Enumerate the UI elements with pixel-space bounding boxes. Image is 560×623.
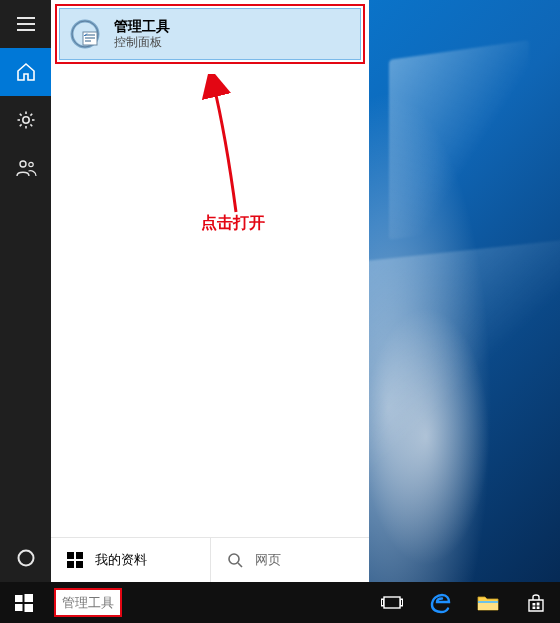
- svg-rect-31: [25, 604, 34, 612]
- gear-icon: [16, 110, 36, 130]
- svg-point-3: [22, 117, 28, 123]
- svg-rect-40: [537, 606, 540, 609]
- svg-line-11: [30, 114, 32, 116]
- svg-point-14: [18, 551, 33, 566]
- annotation-label: 点击打开: [201, 213, 265, 234]
- svg-rect-23: [76, 552, 83, 559]
- people-icon: [15, 159, 37, 177]
- svg-line-27: [238, 563, 242, 567]
- desktop-wallpaper: [369, 0, 560, 582]
- svg-point-26: [229, 554, 239, 564]
- svg-point-12: [20, 161, 26, 167]
- svg-rect-34: [401, 599, 403, 606]
- best-match-texts: 管理工具 控制面板: [114, 18, 170, 51]
- file-explorer-icon: [477, 594, 499, 612]
- file-explorer-button[interactable]: [464, 582, 512, 623]
- svg-rect-32: [384, 597, 400, 608]
- store-icon: [526, 593, 546, 613]
- taskbar: 管理工具: [0, 582, 560, 623]
- svg-rect-1: [17, 23, 35, 25]
- svg-rect-39: [533, 606, 536, 609]
- svg-line-10: [19, 124, 21, 126]
- rail-people-button[interactable]: [0, 144, 51, 192]
- best-match-title: 管理工具: [114, 18, 170, 36]
- taskbar-search-value: 管理工具: [62, 594, 114, 612]
- search-filter-tabs: 我的资料 网页: [51, 537, 369, 582]
- rail-home-button[interactable]: [0, 48, 51, 96]
- hamburger-icon: [17, 17, 35, 31]
- edge-icon: [429, 592, 451, 614]
- store-button[interactable]: [512, 582, 560, 623]
- svg-rect-36: [478, 601, 498, 603]
- task-view-button[interactable]: [368, 582, 416, 623]
- start-button[interactable]: [0, 582, 48, 623]
- rail-settings-button[interactable]: [0, 96, 51, 144]
- svg-point-13: [28, 162, 32, 166]
- cortana-icon: [16, 548, 36, 568]
- svg-rect-24: [67, 561, 74, 568]
- start-search-panel: 管理工具 控制面板 点击打开: [51, 0, 369, 582]
- annotation-best-match-highlight: 管理工具 控制面板: [55, 4, 365, 64]
- tab-my-stuff[interactable]: 我的资料: [51, 538, 210, 582]
- annotation-arrow: [181, 74, 261, 214]
- svg-rect-0: [17, 17, 35, 19]
- task-view-icon: [381, 594, 403, 612]
- svg-rect-29: [25, 594, 34, 602]
- svg-rect-2: [17, 29, 35, 31]
- tab-web[interactable]: 网页: [210, 538, 370, 582]
- svg-line-8: [19, 114, 21, 116]
- svg-rect-33: [382, 599, 384, 606]
- best-match-result[interactable]: 管理工具 控制面板: [59, 8, 361, 60]
- svg-rect-25: [76, 561, 83, 568]
- windows-logo-icon: [15, 594, 33, 612]
- svg-line-9: [30, 124, 32, 126]
- tab-my-stuff-label: 我的资料: [95, 551, 147, 569]
- rail-expand-button[interactable]: [0, 0, 51, 48]
- search-icon: [227, 552, 243, 568]
- taskbar-search-box[interactable]: 管理工具: [54, 588, 122, 617]
- svg-rect-22: [67, 552, 74, 559]
- svg-rect-28: [15, 595, 23, 602]
- best-match-subtitle: 控制面板: [114, 35, 170, 50]
- edge-button[interactable]: [416, 582, 464, 623]
- tab-web-label: 网页: [255, 551, 281, 569]
- home-icon: [16, 62, 36, 82]
- start-rail: [0, 0, 51, 582]
- rail-cortana-button[interactable]: [0, 534, 51, 582]
- svg-rect-37: [533, 603, 536, 606]
- admin-tools-icon: [66, 15, 104, 53]
- windows-logo-icon: [67, 552, 83, 568]
- svg-rect-38: [537, 602, 540, 605]
- svg-rect-30: [15, 604, 23, 611]
